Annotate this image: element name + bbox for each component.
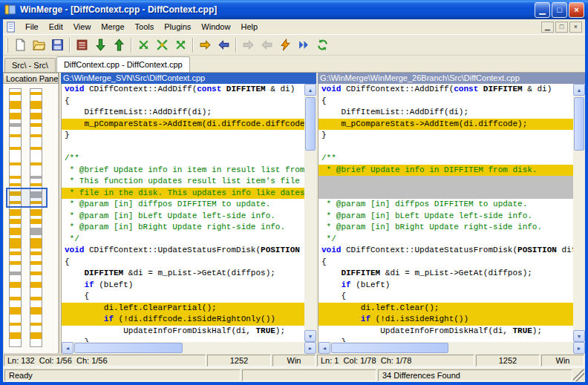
code-segment: } [65, 131, 70, 139]
right-pane-codepage-status: 1252 [476, 355, 540, 366]
code-line: * @param [in] diffpos DIFFITEM to update… [62, 199, 304, 211]
scroll-track[interactable] [74, 342, 304, 354]
left-vertical-scrollbar[interactable]: ▲ ▼ [304, 84, 316, 342]
right-code-editor[interactable]: void CDiffContext::AddDiff(const DIFFITE… [318, 84, 573, 342]
right-vertical-scrollbar[interactable]: ▲ ▼ [573, 84, 585, 342]
code-line: } [318, 130, 573, 142]
scroll-track[interactable] [304, 96, 316, 330]
code-segment: { [321, 257, 327, 266]
left-code-editor[interactable]: void CDiffContext::AddDiff(const DIFFITE… [62, 84, 304, 342]
menu-item-help[interactable]: Help [235, 19, 263, 34]
all-right-button[interactable] [295, 36, 313, 54]
scroll-thumb[interactable] [331, 343, 448, 353]
minimize-button[interactable]: ▁ [535, 2, 550, 18]
code-segment: DIFFITEM [341, 269, 380, 277]
diff-marker [10, 147, 21, 149]
code-line: UpdateInfoFromDiskHalf(di, TRUE); [318, 326, 573, 338]
toolbar-separator [131, 38, 132, 53]
location-pane-header[interactable]: Location Pane [3, 73, 59, 84]
code-segment: * file in the disk. This updates info li… [65, 188, 304, 197]
scroll-thumb[interactable] [74, 343, 183, 353]
code-segment: { [65, 292, 89, 300]
menu-item-tools[interactable]: Tools [130, 19, 160, 34]
menu-bar: FileEditViewMergeToolsPluginsWindowHelp … [3, 19, 585, 34]
copy-right-button[interactable] [196, 36, 215, 54]
diff-marker [10, 261, 21, 265]
menu-item-merge[interactable]: Merge [96, 19, 129, 34]
code-segment: /** [65, 154, 79, 162]
scroll-track[interactable] [330, 342, 573, 354]
diff-marker [30, 323, 42, 326]
previous-difference-button[interactable] [110, 36, 128, 54]
maximize-button[interactable]: □ [552, 2, 567, 18]
location-view-rectangle[interactable] [6, 188, 48, 208]
code-line: if (bLeft) [62, 280, 304, 292]
next-difference-button[interactable] [91, 36, 110, 54]
scroll-left-button[interactable]: ◄ [62, 342, 74, 354]
right-file-pane: G:\WinMerge\WinMerge_26Branch\Src\DiffCo… [318, 73, 585, 354]
new-button[interactable] [11, 36, 30, 54]
code-segment: if [341, 280, 350, 289]
open-button[interactable] [30, 36, 48, 54]
code-line: { [62, 257, 304, 269]
scroll-up-button[interactable]: ▲ [304, 84, 316, 96]
menu-item-view[interactable]: View [68, 19, 97, 34]
code-segment: /** [321, 154, 336, 162]
mdi-minimize-button[interactable]: ▁ [541, 22, 554, 33]
close-button[interactable]: × [569, 2, 584, 18]
scroll-thumb[interactable] [574, 97, 584, 151]
code-line: void CDiffContext::AddDiff(const DIFFITE… [318, 84, 573, 96]
current-difference-button[interactable] [153, 36, 172, 54]
diff-marker [30, 307, 42, 315]
menu-item-plugins[interactable]: Plugins [159, 19, 196, 34]
menu-item-window[interactable]: Window [196, 19, 235, 34]
code-line: * @param [in] bRight Update right-side i… [318, 222, 573, 234]
scroll-track[interactable] [573, 96, 585, 330]
mdi-close-button[interactable]: × [569, 22, 582, 33]
toolbar-grip[interactable] [6, 38, 8, 53]
code-segment: void [321, 246, 346, 254]
tab-2[interactable]: DiffContext.cpp - DiffContext.cpp [56, 56, 190, 72]
code-segment: */ [321, 234, 336, 243]
copy-left-button[interactable] [215, 36, 233, 54]
code-segment: { [321, 96, 327, 105]
select-line-diff-button[interactable] [73, 36, 91, 54]
refresh-button[interactable] [313, 36, 332, 54]
code-segment: ); [532, 326, 542, 335]
code-line: */ [62, 234, 304, 246]
diff-marker [30, 209, 42, 215]
diff-marker [30, 113, 42, 119]
save-button[interactable] [48, 36, 67, 54]
scroll-thumb[interactable] [305, 97, 316, 151]
first-difference-button[interactable] [134, 36, 153, 54]
diff-marker [10, 282, 21, 288]
location-bar-left[interactable] [9, 88, 22, 347]
scroll-right-button[interactable]: ► [304, 342, 316, 354]
diff-marker [30, 101, 42, 109]
copy-left-advance-button[interactable] [258, 36, 276, 54]
code-segment: DIFFITEM [483, 85, 523, 93]
location-bar-right[interactable] [30, 88, 42, 347]
diff-marker [10, 92, 21, 95]
code-line: * @param [in] bLeft Update left-side inf… [62, 211, 304, 223]
menu-item-file[interactable]: File [20, 19, 44, 34]
copy-right-advance-button[interactable] [239, 36, 258, 54]
code-line: m_pCompareStats->AddItem(di.diffcode); [318, 119, 573, 131]
right-horizontal-scrollbar[interactable]: ◄ ► [318, 342, 585, 354]
scroll-down-button[interactable]: ▼ [304, 330, 316, 342]
mdi-restore-button[interactable]: □ [555, 22, 568, 33]
last-difference-button[interactable] [172, 36, 190, 54]
scroll-up-button[interactable]: ▲ [573, 84, 585, 96]
right-pane-path-header[interactable]: G:\WinMerge\WinMerge_26Branch\Src\DiffCo… [318, 73, 585, 84]
code-segment: TRUE [512, 326, 532, 335]
auto-merge-button[interactable] [276, 36, 295, 54]
left-pane-path-header[interactable]: G:\WinMerge_SVN\Src\DiffContext.cpp [61, 73, 316, 84]
tab-1[interactable]: Src\ - Src\ [4, 58, 56, 72]
scroll-down-button[interactable]: ▼ [573, 330, 585, 342]
left-horizontal-scrollbar[interactable]: ◄ ► [61, 342, 316, 354]
menu-item-edit[interactable]: Edit [44, 19, 68, 34]
resize-grip[interactable] [573, 369, 584, 381]
scroll-right-button[interactable]: ► [573, 342, 585, 354]
diff-marker [30, 251, 42, 255]
scroll-left-button[interactable]: ◄ [318, 342, 330, 354]
